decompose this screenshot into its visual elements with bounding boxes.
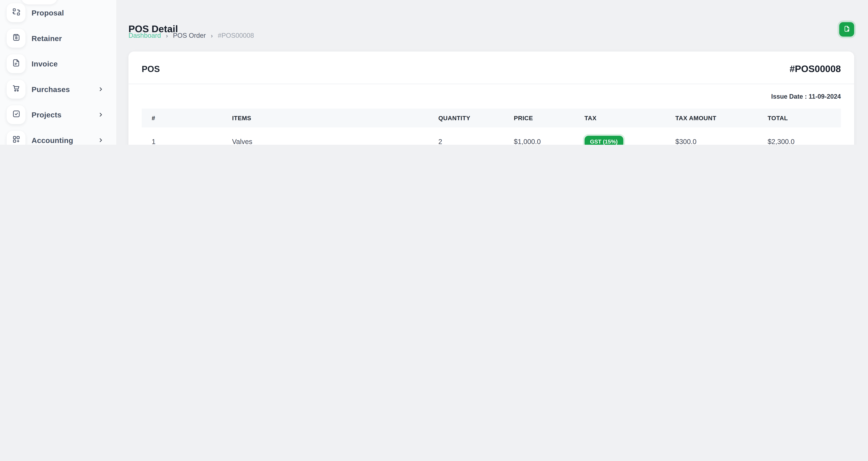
- tax-amount: $300.0: [665, 127, 757, 145]
- table-row: 1Valves2$1,000.0GST (15%)$300.0$2,300.0: [142, 127, 841, 145]
- app-root: ProposalRetainerInvoicePurchasesProjects…: [0, 0, 868, 145]
- pos-detail-card: POS #POS00008 Issue Date : 11-09-2024 #I…: [128, 52, 854, 145]
- sidebar-item-retainer[interactable]: Retainer: [7, 29, 110, 48]
- invoice-icon: [11, 58, 21, 69]
- row-total: $2,300.0: [757, 127, 841, 145]
- card-title: POS: [142, 64, 160, 74]
- icon-chip: [7, 3, 25, 22]
- main-content: POS Detail Dashboard›POS Order›#POS00008…: [116, 0, 868, 145]
- column-header-quantity: QUANTITY: [428, 109, 504, 127]
- issue-date-label: Issue Date :: [771, 93, 807, 100]
- file-export-icon: [843, 25, 850, 34]
- sidebar-item-proposal[interactable]: Proposal: [7, 3, 110, 22]
- sidebar-item-accounting[interactable]: Accounting: [7, 131, 110, 145]
- tax-badge: GST (15%): [585, 136, 623, 145]
- column-header-tax: TAX: [575, 109, 665, 127]
- column-header-: #: [142, 109, 222, 127]
- tax-badge-cell: GST (15%): [575, 127, 665, 145]
- sidebar-item-invoice[interactable]: Invoice: [7, 54, 110, 73]
- proposal-icon: [11, 7, 21, 19]
- breadcrumb-separator: ›: [211, 32, 213, 39]
- table-body: 1Valves2$1,000.0GST (15%)$300.0$2,300.02…: [142, 127, 841, 145]
- column-header-price: PRICE: [504, 109, 575, 127]
- quantity: 2: [428, 127, 504, 145]
- price: $1,000.0: [504, 127, 575, 145]
- icon-chip: [7, 105, 25, 124]
- sidebar-item-label: Purchases: [32, 85, 70, 93]
- icon-chip: [7, 54, 25, 73]
- chevron-right-icon: [97, 111, 104, 118]
- breadcrumb-item-dashboard[interactable]: Dashboard: [128, 32, 161, 39]
- column-header-items: ITEMS: [222, 109, 428, 127]
- sidebar-item-label: Projects: [32, 111, 62, 119]
- sidebar-item-label: Invoice: [32, 59, 58, 68]
- purchases-icon: [11, 83, 21, 95]
- sidebar-item-projects[interactable]: Projects: [7, 105, 110, 124]
- sidebar-item-label: Accounting: [32, 136, 73, 144]
- sidebar-item-label: Proposal: [32, 8, 64, 17]
- sidebar-item-purchases[interactable]: Purchases: [7, 80, 110, 98]
- sidebar-item-label: Retainer: [32, 34, 62, 42]
- item-name: Valves: [222, 127, 428, 145]
- breadcrumb-item-pos00008: #POS00008: [218, 32, 254, 39]
- sidebar-nav-top: ProposalRetainerInvoicePurchasesProjects…: [7, 3, 110, 145]
- row-number: 1: [142, 127, 222, 145]
- column-header-total: TOTAL: [757, 109, 841, 127]
- pos-order-number: #POS00008: [789, 64, 841, 75]
- card-divider: [128, 84, 854, 84]
- breadcrumb-separator: ›: [166, 32, 168, 39]
- column-header-tax-amount: TAX AMOUNT: [665, 109, 757, 127]
- icon-chip: [7, 29, 25, 48]
- accounting-icon: [11, 134, 21, 145]
- retainer-icon: [11, 32, 21, 44]
- export-pos-button[interactable]: [839, 22, 854, 36]
- projects-icon: [11, 109, 21, 120]
- chevron-right-icon: [97, 137, 104, 144]
- breadcrumb: Dashboard›POS Order›#POS00008: [128, 32, 254, 39]
- breadcrumb-item-pos-order[interactable]: POS Order: [173, 32, 206, 39]
- icon-chip: [7, 80, 25, 98]
- card-header: POS #POS00008: [142, 52, 841, 75]
- sidebar-nav: ProposalRetainerInvoicePurchasesProjects…: [0, 0, 116, 145]
- issue-date-value: 11-09-2024: [809, 93, 841, 100]
- pos-items-table: #ITEMSQUANTITYPRICETAXTAX AMOUNTTOTAL 1V…: [142, 109, 841, 145]
- chevron-right-icon: [97, 86, 104, 92]
- sidebar: ProposalRetainerInvoicePurchasesProjects…: [0, 0, 116, 145]
- icon-chip: [7, 131, 25, 145]
- table-header-row: #ITEMSQUANTITYPRICETAXTAX AMOUNTTOTAL: [142, 109, 841, 127]
- issue-date-row: Issue Date : 11-09-2024: [142, 93, 841, 100]
